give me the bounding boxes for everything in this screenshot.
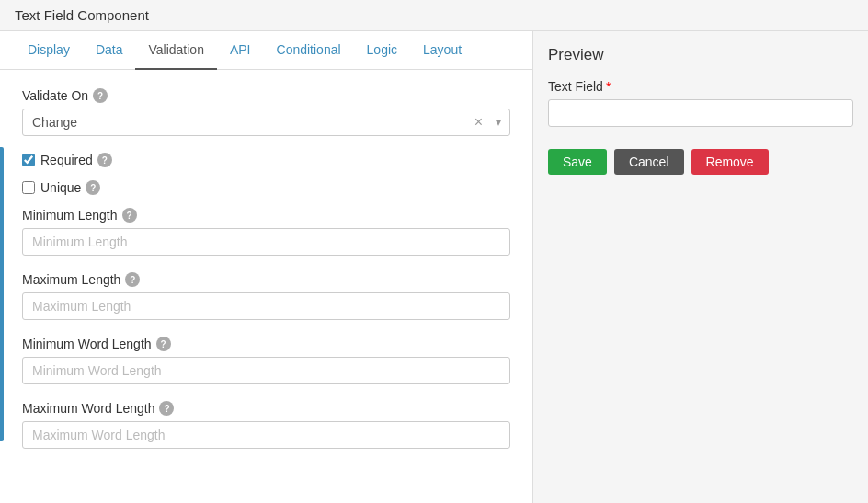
min-word-help-icon[interactable]: ? — [156, 337, 171, 351]
modal-title-bar: Text Field Component — [0, 0, 868, 31]
max-length-input[interactable] — [22, 292, 510, 320]
validate-on-label: Validate On ? — [22, 88, 510, 103]
min-word-label: Minimum Word Length ? — [22, 337, 510, 351]
required-help-icon[interactable]: ? — [97, 153, 112, 167]
tabs-bar: Display Data Validation API Conditional … — [0, 31, 532, 70]
max-length-help-icon[interactable]: ? — [125, 272, 140, 287]
tab-display[interactable]: Display — [15, 31, 83, 70]
tab-conditional[interactable]: Conditional — [264, 31, 354, 70]
tab-validation[interactable]: Validation — [135, 31, 216, 70]
modal-body: Display Data Validation API Conditional … — [0, 31, 868, 503]
min-length-label: Minimum Length ? — [22, 208, 510, 223]
tab-layout[interactable]: Layout — [410, 31, 474, 70]
max-word-label: Maximum Word Length ? — [22, 401, 510, 416]
validate-on-group: Validate On ? Change Blur Submit × ▾ — [22, 88, 510, 136]
preview-title: Preview — [548, 46, 853, 64]
unique-label[interactable]: Unique ? — [40, 180, 100, 195]
tab-api[interactable]: API — [217, 31, 264, 70]
unique-checkbox[interactable] — [22, 181, 35, 194]
preview-field-label: Text Field* — [548, 79, 853, 94]
max-word-help-icon[interactable]: ? — [159, 401, 174, 416]
unique-help-icon[interactable]: ? — [86, 180, 100, 195]
max-word-group: Maximum Word Length ? — [22, 401, 510, 449]
right-panel: Preview Text Field* Save Cancel Remove — [533, 31, 868, 503]
unique-group: Unique ? — [22, 180, 510, 195]
required-label[interactable]: Required ? — [40, 153, 112, 167]
max-word-input[interactable] — [22, 421, 510, 449]
save-button[interactable]: Save — [548, 149, 607, 175]
min-word-input[interactable] — [22, 357, 510, 384]
min-length-group: Minimum Length ? — [22, 208, 510, 256]
min-word-group: Minimum Word Length ? — [22, 337, 510, 384]
tab-logic[interactable]: Logic — [354, 31, 410, 70]
modal-container: Text Field Component Display Data Valida… — [0, 0, 868, 503]
preview-buttons: Save Cancel Remove — [548, 149, 853, 175]
select-clear-icon[interactable]: × — [474, 115, 483, 130]
required-checkbox[interactable] — [22, 154, 35, 166]
cancel-button[interactable]: Cancel — [614, 149, 684, 175]
modal-title: Text Field Component — [15, 7, 149, 23]
form-panel: Validate On ? Change Blur Submit × ▾ — [0, 70, 532, 503]
required-star: * — [606, 79, 611, 94]
max-length-label: Maximum Length ? — [22, 272, 510, 287]
min-length-input[interactable] — [22, 228, 510, 256]
max-length-group: Maximum Length ? — [22, 272, 510, 320]
required-group: Required ? — [22, 153, 510, 167]
preview-text-input[interactable] — [548, 99, 853, 127]
validate-on-select-wrapper: Change Blur Submit × ▾ — [22, 109, 510, 136]
remove-button[interactable]: Remove — [691, 149, 769, 175]
validate-on-select[interactable]: Change Blur Submit — [22, 109, 510, 136]
left-accent — [0, 147, 4, 441]
tab-data[interactable]: Data — [83, 31, 136, 70]
left-panel: Display Data Validation API Conditional … — [0, 31, 533, 503]
validate-on-help-icon[interactable]: ? — [93, 88, 108, 103]
min-length-help-icon[interactable]: ? — [122, 208, 137, 223]
